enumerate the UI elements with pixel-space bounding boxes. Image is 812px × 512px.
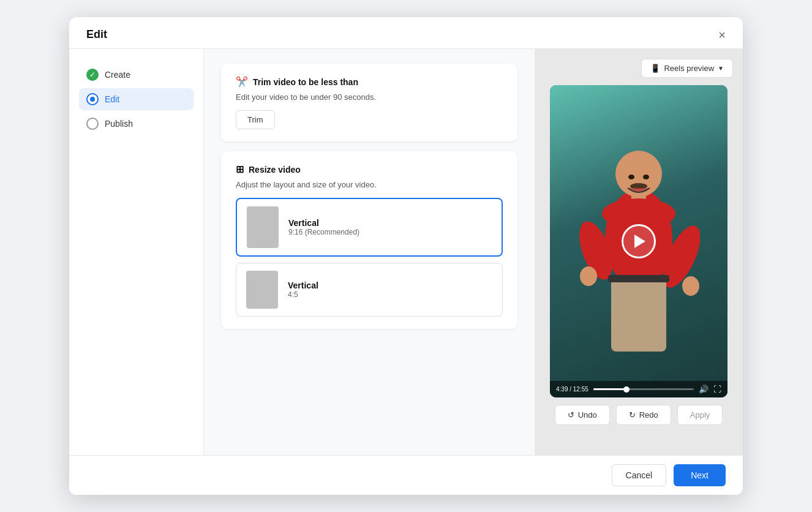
modal-body: ✓ Create Edit Publish ✂️ Trim [69, 49, 743, 455]
resize-title: Resize video [249, 165, 301, 175]
modal-footer: Cancel Next [69, 455, 743, 495]
video-background: 4:39 / 12:55 🔊 ⛶ [550, 85, 727, 397]
resize-info-916: Vertical 9:16 (Recommended) [288, 218, 359, 236]
undo-button[interactable]: ↺ Undo [555, 405, 610, 425]
trim-description: Edit your video to be under 90 seconds. [236, 92, 503, 102]
redo-icon: ↻ [629, 410, 636, 420]
trim-card: ✂️ Trim video to be less than Edit your … [221, 64, 517, 141]
trim-button[interactable]: Trim [236, 110, 275, 129]
redo-label: Redo [639, 410, 658, 420]
video-time-label: 4:39 / 12:55 [556, 386, 588, 393]
svg-point-9 [628, 175, 634, 179]
resize-label-45: Vertical [288, 280, 318, 290]
step-icon-edit [86, 93, 99, 105]
sidebar-item-create[interactable]: ✓ Create [79, 64, 194, 86]
preview-panel: 📱 Reels preview ▼ [535, 49, 743, 455]
trim-icon: ✂️ [236, 76, 248, 88]
chevron-down-icon: ▼ [718, 65, 724, 72]
step-icon-publish [86, 118, 99, 130]
step-icon-create: ✓ [86, 69, 99, 81]
resize-thumb-45 [246, 271, 278, 309]
resize-ratio-916: 9:16 (Recommended) [288, 228, 359, 236]
play-triangle-icon [634, 235, 645, 248]
video-preview-container: 4:39 / 12:55 🔊 ⛶ [550, 85, 727, 397]
close-button[interactable]: × [718, 29, 726, 41]
action-buttons-row: ↺ Undo ↻ Redo Apply [544, 405, 733, 425]
sidebar-label-publish: Publish [105, 119, 133, 129]
svg-rect-6 [611, 278, 666, 352]
undo-label: Undo [578, 410, 597, 420]
play-button[interactable] [622, 224, 656, 258]
resize-card: ⊞ Resize video Adjust the layout and siz… [221, 151, 517, 329]
resize-icon: ⊞ [236, 164, 244, 175]
preview-dropdown-button[interactable]: 📱 Reels preview ▼ [641, 59, 733, 78]
edit-modal: Edit × ✓ Create Edit Publish [69, 17, 743, 495]
redo-button[interactable]: ↻ Redo [616, 405, 671, 425]
modal-title: Edit [86, 28, 107, 41]
next-button[interactable]: Next [674, 464, 726, 486]
video-progress-bar: 4:39 / 12:55 🔊 ⛶ [550, 381, 727, 397]
undo-icon: ↺ [568, 410, 574, 420]
svg-point-12 [682, 276, 699, 296]
progress-track[interactable] [593, 388, 694, 390]
cancel-button[interactable]: Cancel [612, 464, 667, 486]
apply-label: Apply [690, 410, 710, 420]
modal-header: Edit × [69, 17, 743, 49]
volume-icon[interactable]: 🔊 [699, 385, 709, 394]
trim-title: Trim video to be less than [253, 77, 358, 87]
preview-toolbar: 📱 Reels preview ▼ [544, 59, 733, 78]
resize-ratio-45: 4:5 [288, 290, 318, 299]
resize-info-45: Vertical 4:5 [288, 280, 318, 299]
main-content: ✂️ Trim video to be less than Edit your … [204, 49, 535, 455]
resize-label-916: Vertical [288, 218, 359, 228]
resize-option-916[interactable]: Vertical 9:16 (Recommended) [236, 198, 503, 257]
svg-point-10 [643, 175, 649, 179]
progress-fill [593, 388, 626, 390]
svg-point-11 [580, 266, 597, 286]
resize-options: Vertical 9:16 (Recommended) Vertical 4:5 [236, 198, 503, 317]
resize-option-45[interactable]: Vertical 4:5 [236, 263, 503, 317]
apply-button[interactable]: Apply [677, 405, 723, 425]
sidebar-label-edit: Edit [105, 94, 119, 104]
trim-card-header: ✂️ Trim video to be less than [236, 76, 503, 88]
sidebar-item-publish[interactable]: Publish [79, 113, 194, 135]
svg-rect-7 [608, 275, 669, 282]
sidebar-label-create: Create [105, 70, 130, 80]
progress-dot [623, 386, 630, 393]
preview-dropdown-label: Reels preview [664, 64, 714, 73]
resize-thumb-916 [247, 206, 279, 248]
resize-card-header: ⊞ Resize video [236, 164, 503, 175]
sidebar: ✓ Create Edit Publish [69, 49, 204, 455]
fullscreen-icon[interactable]: ⛶ [713, 385, 721, 394]
resize-description: Adjust the layout and size of your video… [236, 180, 503, 189]
sidebar-item-edit[interactable]: Edit [79, 88, 194, 110]
